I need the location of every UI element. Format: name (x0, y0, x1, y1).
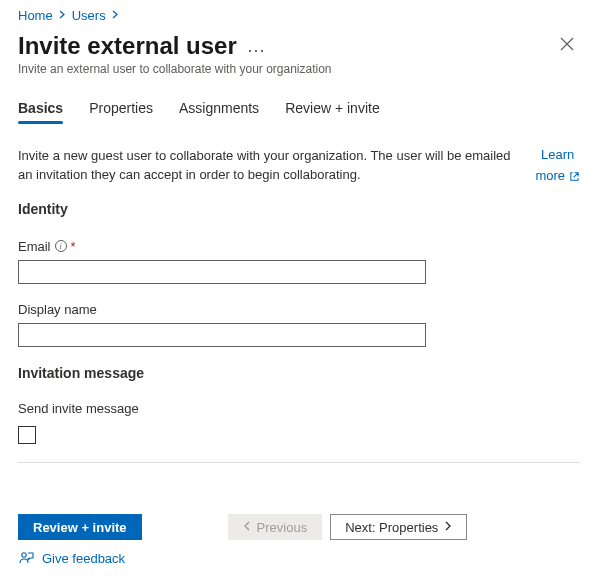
chevron-right-icon (59, 10, 66, 21)
previous-button: Previous (228, 514, 323, 540)
intro-text: Invite a new guest user to collaborate w… (18, 147, 517, 185)
breadcrumb: Home Users (18, 8, 580, 23)
chevron-right-icon (112, 10, 119, 21)
send-invite-checkbox[interactable] (18, 426, 36, 444)
page-subtitle: Invite an external user to collaborate w… (18, 62, 580, 76)
learn-more-line2: more (535, 168, 565, 185)
display-name-field[interactable] (18, 323, 426, 347)
tab-assignments[interactable]: Assignments (179, 94, 259, 124)
invitation-heading: Invitation message (18, 365, 580, 381)
footer: Review + invite Previous Next: Propertie… (0, 504, 598, 576)
svg-point-0 (22, 553, 26, 557)
info-icon[interactable]: i (55, 240, 67, 252)
chevron-right-icon (444, 521, 452, 533)
email-label: Email (18, 239, 51, 254)
more-actions-icon[interactable]: ⋯ (247, 41, 265, 59)
tab-basics[interactable]: Basics (18, 94, 63, 124)
previous-button-label: Previous (257, 520, 308, 535)
feedback-icon (18, 550, 34, 566)
email-field[interactable] (18, 260, 426, 284)
give-feedback-link[interactable]: Give feedback (18, 550, 580, 566)
next-button-label: Next: Properties (345, 520, 438, 535)
tab-review-invite[interactable]: Review + invite (285, 94, 380, 124)
close-button[interactable] (554, 31, 580, 60)
required-mark: * (71, 239, 76, 254)
breadcrumb-item-home[interactable]: Home (18, 8, 53, 23)
page-title: Invite external user (18, 32, 237, 60)
review-invite-button[interactable]: Review + invite (18, 514, 142, 540)
tab-bar: Basics Properties Assignments Review + i… (18, 94, 580, 124)
learn-more-line1: Learn (541, 147, 574, 164)
learn-more-link[interactable]: Learn more (535, 147, 580, 185)
next-button[interactable]: Next: Properties (330, 514, 467, 540)
identity-heading: Identity (18, 201, 580, 217)
send-invite-label: Send invite message (18, 401, 139, 416)
external-link-icon (569, 171, 580, 182)
breadcrumb-item-users[interactable]: Users (72, 8, 106, 23)
give-feedback-label: Give feedback (42, 551, 125, 566)
tab-properties[interactable]: Properties (89, 94, 153, 124)
footer-divider (18, 462, 580, 463)
chevron-left-icon (243, 521, 251, 533)
display-name-label: Display name (18, 302, 97, 317)
